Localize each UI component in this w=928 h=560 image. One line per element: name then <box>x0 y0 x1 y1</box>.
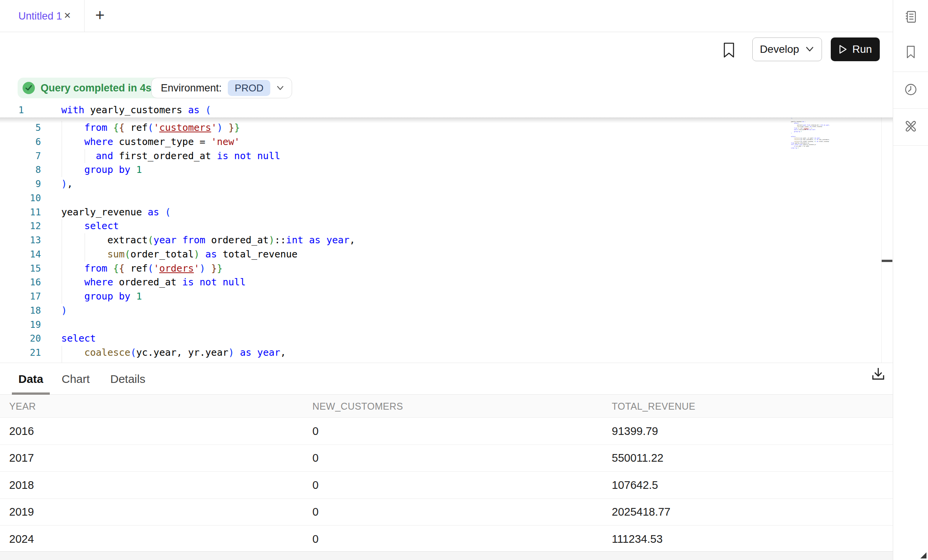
table-row-2019[interactable]: 201902025418.77 <box>0 499 893 526</box>
bookmark-button[interactable] <box>721 42 737 59</box>
results-tab-details[interactable]: Details <box>110 363 145 395</box>
code-token: ' <box>154 122 159 133</box>
line-number: 20 <box>0 332 41 346</box>
code-editor[interactable]: 5 from {{ ref('customers') }}6 where cus… <box>0 103 893 363</box>
tab-untitled-1[interactable]: Untitled 1 × <box>0 0 85 32</box>
code-token <box>199 249 205 260</box>
code-token: customer_type = <box>113 136 211 147</box>
download-button[interactable] <box>870 366 890 386</box>
code-token: ( <box>165 207 171 218</box>
table-row-2017[interactable]: 20170550011.22 <box>0 445 893 472</box>
code-token: null <box>223 277 246 288</box>
results-tab-chart[interactable]: Chart <box>62 363 90 395</box>
resize-grip[interactable] <box>920 552 926 558</box>
code-token <box>176 234 182 246</box>
line-number: 22 <box>0 360 41 363</box>
code-line-6: 6 where customer_type = 'new' <box>0 135 893 149</box>
cell: 0 <box>312 445 319 472</box>
code-token: as <box>148 207 159 218</box>
code-token: null <box>257 150 280 161</box>
code-token: null <box>812 129 815 130</box>
code-token <box>113 291 119 302</box>
develop-button[interactable]: Develop <box>752 37 822 61</box>
code-line-14: 14 sum(order_total) as total_revenue <box>0 247 893 262</box>
history-icon[interactable] <box>904 83 918 96</box>
code-token: as <box>205 249 217 260</box>
cell: 2016 <box>9 418 34 445</box>
bookmark-icon[interactable] <box>904 45 918 59</box>
notebook-icon[interactable] <box>904 10 918 24</box>
code-token: ( <box>131 347 136 358</box>
column-header-total_revenue[interactable]: TOTAL_REVENUE <box>612 395 695 418</box>
code-token: ( <box>148 263 154 274</box>
new-tab-button[interactable]: + <box>90 6 109 25</box>
right-sidebar <box>893 0 928 560</box>
code-token <box>61 291 84 302</box>
code-token: select <box>84 220 119 231</box>
code-token <box>61 136 84 147</box>
develop-label: Develop <box>760 43 799 55</box>
query-status-badge: Query completed in 4s <box>18 78 162 98</box>
column-header-year[interactable]: YEAR <box>9 395 36 418</box>
table-row-2016[interactable]: 2016091399.79 <box>0 418 893 445</box>
code-token: { <box>119 263 125 274</box>
cell: 107642.5 <box>612 472 658 499</box>
code-token: sum <box>107 249 124 260</box>
code-token: from <box>84 263 107 274</box>
code-token: ) <box>61 178 67 189</box>
chevron-down-icon <box>805 46 814 52</box>
code-token: { <box>113 263 119 274</box>
logo-x-icon[interactable] <box>904 119 918 133</box>
code-token: 'new' <box>211 136 240 147</box>
code-token <box>199 104 205 116</box>
column-header-new_customers[interactable]: NEW_CUSTOMERS <box>312 395 403 418</box>
run-button[interactable]: Run <box>831 37 880 61</box>
code-line-20: 20select <box>0 332 893 346</box>
environment-label: Environment: <box>161 82 222 94</box>
toolbar: Develop Run <box>0 33 893 72</box>
table-header-row: YEARNEW_CUSTOMERSTOTAL_REVENUE <box>0 395 893 418</box>
sticky-scroll-line[interactable]: 1with yearly_customers as ( <box>0 103 893 117</box>
overview-ruler-cursor-marker[interactable] <box>882 260 892 262</box>
code-token <box>131 291 136 302</box>
code-token: ) <box>194 249 199 260</box>
code-token <box>194 277 199 288</box>
line-number: 18 <box>0 304 41 318</box>
horizontal-scrollbar-track[interactable] <box>0 551 893 560</box>
code-token: order <box>791 147 795 149</box>
line-number: 17 <box>0 290 41 304</box>
code-token: ) <box>229 347 234 358</box>
code-token: group <box>84 164 113 175</box>
sticky-code-line: 1with yearly_customers as ( <box>0 103 893 117</box>
check-circle-icon <box>22 81 35 94</box>
code-token: yearly_customers <box>84 104 188 116</box>
table-row-2024[interactable]: 20240111234.53 <box>0 526 893 553</box>
download-icon <box>870 366 887 383</box>
code-token <box>252 150 257 161</box>
code-token: { <box>113 122 119 133</box>
results-tab-data[interactable]: Data <box>18 363 43 395</box>
code-token: , <box>280 347 286 358</box>
code-token <box>205 263 211 274</box>
line-number: 13 <box>0 233 41 247</box>
code-token: by <box>119 291 131 302</box>
code-token: where <box>84 277 113 288</box>
code-token: from <box>84 122 107 133</box>
code-line-19: 19 <box>0 318 893 332</box>
close-icon[interactable]: × <box>60 8 74 22</box>
code-token: ' <box>194 263 199 274</box>
code-token: ) <box>217 122 223 133</box>
cell: 91399.79 <box>612 418 658 445</box>
code-token: } <box>217 263 223 274</box>
code-token: 1 <box>136 291 142 302</box>
code-token <box>61 249 107 260</box>
code-token: not <box>234 150 252 161</box>
code-line-17: 17 group by 1 <box>0 290 893 304</box>
code-line-9: 9), <box>0 177 893 191</box>
code-token: ref <box>125 122 148 133</box>
environment-select[interactable]: Environment: PROD <box>151 78 292 98</box>
code-token: ) <box>61 305 67 316</box>
table-row-2018[interactable]: 20180107642.5 <box>0 472 893 499</box>
code-token: , <box>829 124 830 126</box>
line-number: 19 <box>0 318 41 332</box>
